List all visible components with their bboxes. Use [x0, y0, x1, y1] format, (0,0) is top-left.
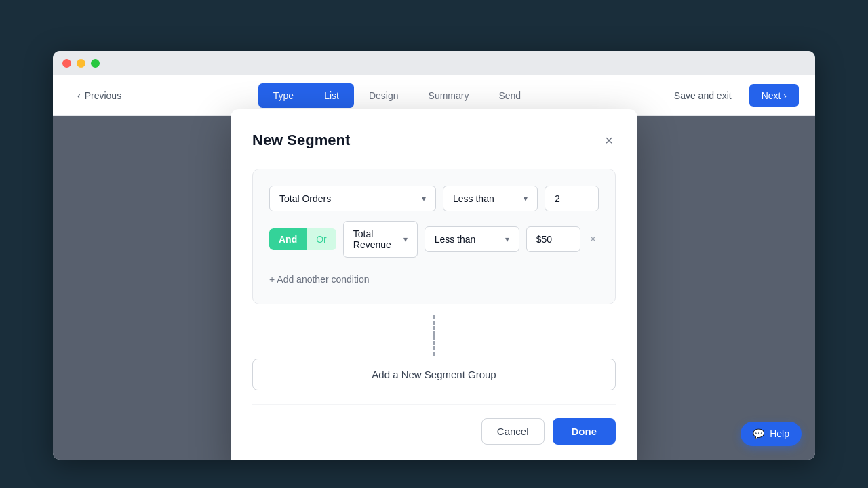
previous-button[interactable]: ‹ Previous	[69, 85, 130, 106]
help-button[interactable]: 💬 Help	[741, 422, 802, 446]
cancel-button[interactable]: Cancel	[481, 418, 545, 445]
add-condition-button[interactable]: + Add another condition	[269, 271, 370, 287]
new-segment-modal: New Segment × Total Orders ▾ Less	[231, 109, 637, 460]
condition-row-1: Total Orders ▾ Less than ▾ 2	[269, 186, 599, 211]
chevron-down-icon: ▾	[505, 235, 509, 244]
step-type[interactable]: Type	[258, 83, 309, 108]
chevron-down-icon: ▾	[524, 194, 528, 203]
traffic-light-green[interactable]	[91, 59, 100, 68]
condition1-value-input[interactable]: 2	[545, 186, 599, 211]
save-exit-button[interactable]: Save and exit	[665, 85, 741, 106]
browser-titlebar	[53, 51, 815, 75]
traffic-light-yellow[interactable]	[77, 59, 85, 68]
step-send[interactable]: Send	[484, 83, 536, 108]
condition-row-2: And Or Total Revenue ▾ Less than	[269, 221, 599, 258]
condition2-value-input[interactable]: $50	[526, 226, 580, 252]
active-steps-pair: Type List	[258, 83, 354, 108]
segment-group-1: Total Orders ▾ Less than ▾ 2	[252, 169, 616, 304]
modal-overlay: New Segment × Total Orders ▾ Less	[53, 116, 815, 460]
traffic-light-red[interactable]	[62, 59, 71, 68]
add-segment-group-button[interactable]: Add a New Segment Group	[252, 359, 616, 390]
modal-header: New Segment ×	[252, 131, 616, 150]
chevron-down-icon: ▾	[422, 194, 426, 203]
nav-right: Save and exit Next ›	[665, 84, 799, 107]
condition2-operator-select[interactable]: Less than ▾	[425, 226, 519, 252]
browser-window: ‹ Previous Type List Design Summary Send	[53, 51, 815, 460]
segment-connector	[252, 315, 616, 356]
main-content: New Segment × Total Orders ▾ Less	[53, 116, 815, 460]
chevron-down-icon: ▾	[403, 235, 408, 244]
next-button[interactable]: Next ›	[749, 84, 799, 107]
condition1-operator-select[interactable]: Less than ▾	[443, 186, 538, 211]
close-icon: ×	[605, 133, 613, 148]
chevron-left-icon: ‹	[77, 90, 81, 101]
previous-label: Previous	[85, 90, 121, 101]
and-or-toggle: And Or	[269, 228, 336, 250]
nav-steps: Type List Design Summary Send	[258, 83, 536, 108]
and-button[interactable]: And	[269, 228, 307, 250]
nav-left: ‹ Previous	[69, 85, 130, 106]
times-icon: ×	[590, 233, 596, 245]
connector-line-bottom	[433, 336, 435, 356]
condition1-field-select[interactable]: Total Orders ▾	[269, 186, 436, 211]
or-button[interactable]: Or	[307, 228, 336, 250]
chat-icon: 💬	[753, 428, 764, 439]
step-design[interactable]: Design	[354, 83, 414, 108]
modal-title: New Segment	[252, 131, 350, 149]
done-button[interactable]: Done	[553, 418, 616, 445]
step-list[interactable]: List	[309, 83, 354, 108]
modal-close-button[interactable]: ×	[602, 131, 616, 150]
modal-footer: Cancel Done	[252, 404, 616, 445]
condition2-remove-button[interactable]: ×	[587, 230, 599, 248]
step-summary[interactable]: Summary	[414, 83, 484, 108]
condition2-field-select[interactable]: Total Revenue ▾	[343, 221, 418, 258]
connector-line-top	[433, 315, 435, 336]
